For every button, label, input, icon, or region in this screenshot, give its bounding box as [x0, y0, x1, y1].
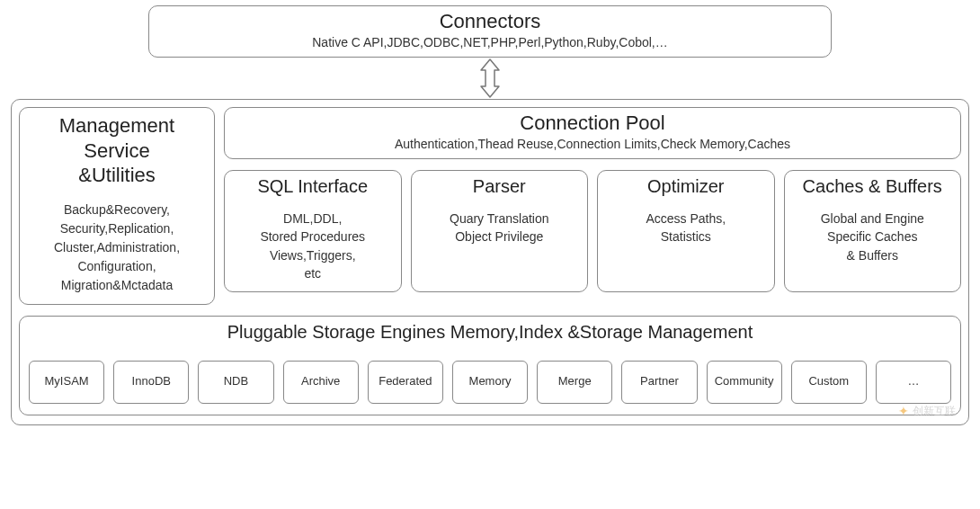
connection-pool-box: Connection Pool Authentication,Thead Reu… — [224, 107, 961, 159]
engine-merge: Merge — [537, 361, 612, 404]
management-title-l3: &Utilities — [78, 164, 156, 186]
management-title: Management Service &Utilities — [25, 113, 209, 188]
connection-pool-title: Connection Pool — [232, 112, 953, 135]
caches-box: Caches & Buffers Global and Engine Speci… — [784, 170, 962, 292]
engine-memory: Memory — [452, 361, 528, 404]
management-line: Security,Replication, — [60, 221, 174, 236]
optimizer-line: Access Paths, — [646, 211, 726, 226]
engine-myisam: MyISAM — [29, 361, 104, 404]
optimizer-line: Statistics — [661, 229, 711, 244]
connectors-subtitle: Native C API,JDBC,ODBC,NET,PHP,Perl,Pyth… — [158, 35, 822, 49]
storage-engines-title: Pluggable Storage Engines Memory,Index &… — [29, 322, 951, 343]
engine-ndb: NDB — [198, 361, 273, 404]
engine-custom: Custom — [791, 361, 867, 404]
sql-interface-box: SQL Interface DML,DDL, Stored Procedures… — [224, 170, 402, 292]
caches-title: Caches & Buffers — [790, 176, 956, 197]
sql-interface-line: etc — [304, 266, 321, 281]
sql-interface-line: Views,Triggers, — [270, 248, 356, 263]
sql-interface-title: SQL Interface — [230, 176, 396, 197]
management-line: Configuration, — [77, 259, 156, 273]
sql-interface-lines: DML,DDL, Stored Procedures Views,Trigger… — [230, 210, 396, 282]
parser-line: Object Privilege — [455, 229, 543, 244]
management-line: Backup&Recovery, — [64, 202, 170, 217]
caches-lines: Global and Engine Specific Caches & Buff… — [790, 210, 956, 264]
optimizer-box: Optimizer Access Paths, Statistics — [597, 170, 775, 292]
engine-archive: Archive — [283, 361, 359, 404]
caches-line: & Buffers — [847, 248, 898, 263]
parser-box: Parser Quary Translation Object Privileg… — [411, 170, 589, 292]
optimizer-title: Optimizer — [603, 176, 769, 197]
components-row: SQL Interface DML,DDL, Stored Procedures… — [224, 170, 961, 292]
management-box: Management Service &Utilities Backup&Rec… — [19, 107, 215, 305]
engine-more: … — [876, 361, 951, 404]
parser-title: Parser — [417, 176, 583, 197]
parser-lines: Quary Translation Object Privilege — [417, 210, 583, 246]
connectors-title: Connectors — [158, 10, 822, 33]
management-title-l2: Service — [84, 139, 149, 162]
management-line: Migration&Mctadata — [61, 278, 174, 292]
storage-engines-box: Pluggable Storage Engines Memory,Index &… — [19, 316, 961, 415]
management-line: Cluster,Administration, — [54, 240, 180, 254]
engine-federated: Federated — [368, 361, 443, 404]
bidirectional-arrow — [9, 58, 971, 99]
sql-interface-line: Stored Procedures — [260, 229, 365, 244]
connection-pool-subtitle: Authentication,Thead Reuse,Connection Li… — [232, 137, 953, 151]
main-container: Management Service &Utilities Backup&Rec… — [11, 99, 969, 425]
caches-line: Specific Caches — [827, 229, 917, 244]
management-title-l1: Management — [59, 114, 174, 137]
engine-community: Community — [707, 361, 782, 404]
management-lines: Backup&Recovery, Security,Replication, C… — [25, 201, 209, 295]
connectors-box: Connectors Native C API,JDBC,ODBC,NET,PH… — [148, 5, 832, 58]
caches-line: Global and Engine — [821, 211, 924, 226]
storage-engines-row: MyISAM InnoDB NDB Archive Federated Memo… — [29, 361, 951, 404]
parser-line: Quary Translation — [450, 211, 549, 226]
sql-interface-line: DML,DDL, — [283, 211, 342, 226]
engine-partner: Partner — [621, 361, 697, 404]
engine-innodb: InnoDB — [113, 361, 189, 404]
optimizer-lines: Access Paths, Statistics — [603, 210, 769, 246]
